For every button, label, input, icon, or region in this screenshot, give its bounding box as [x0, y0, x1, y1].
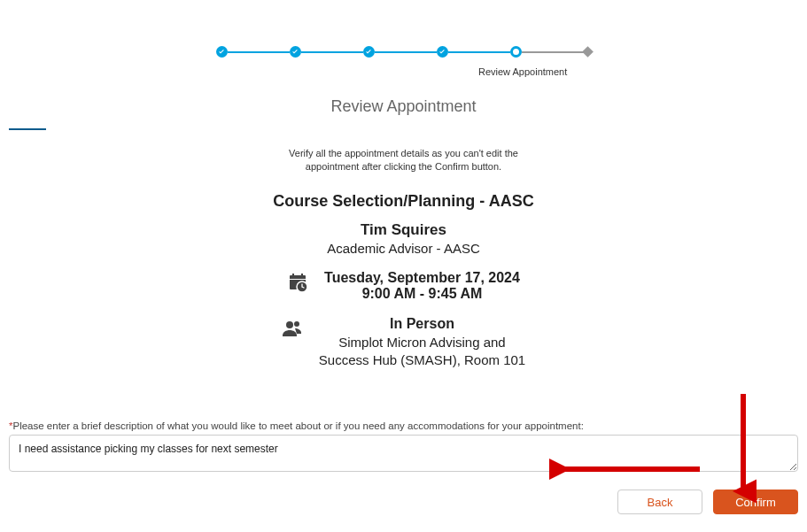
description-input[interactable] — [9, 435, 798, 472]
advisor-name: Tim Squires — [0, 221, 807, 239]
back-button[interactable]: Back — [617, 490, 702, 514]
description-section: *Please enter a brief description of wha… — [9, 420, 798, 514]
button-row: Back Confirm — [9, 490, 798, 514]
page-title: Review Appointment — [0, 97, 807, 116]
advisor-role: Academic Advisor - AASC — [0, 241, 807, 256]
step-5-current — [510, 46, 522, 58]
step-indicator — [0, 46, 807, 58]
svg-rect-3 — [301, 274, 303, 277]
verify-line-2: appointment after clicking the Confirm b… — [306, 161, 501, 172]
description-label-text: Please enter a brief description of what… — [12, 420, 583, 431]
datetime-row: Tuesday, September 17, 2024 9:00 AM - 9:… — [0, 270, 807, 302]
advisor-info: Tim Squires Academic Advisor - AASC — [0, 221, 807, 256]
confirm-button[interactable]: Confirm — [713, 490, 798, 514]
svg-point-6 — [294, 321, 299, 327]
location-row: In Person Simplot Micron Advising and Su… — [0, 316, 807, 370]
verify-instructions: Verify all the appointment details as yo… — [0, 147, 807, 174]
svg-rect-2 — [292, 274, 294, 277]
step-connector — [522, 51, 584, 53]
step-connector — [301, 51, 363, 53]
appointment-date: Tuesday, September 17, 2024 — [324, 270, 520, 286]
people-icon — [282, 318, 303, 339]
step-connector — [375, 51, 437, 53]
step-connector — [448, 51, 510, 53]
step-3-complete — [363, 46, 375, 58]
step-4-complete — [437, 46, 448, 58]
step-2-complete — [290, 46, 301, 58]
calendar-clock-icon — [287, 272, 308, 293]
appointment-time: 9:00 AM - 9:45 AM — [324, 286, 520, 302]
description-label: *Please enter a brief description of wha… — [9, 420, 798, 431]
location-line-1: Simplot Micron Advising and — [338, 335, 505, 350]
tab-underline — [9, 128, 46, 130]
step-1-complete — [216, 46, 228, 58]
svg-rect-1 — [290, 279, 306, 280]
current-step-label: Review Appointment — [478, 66, 567, 77]
appointment-topic: Course Selection/Planning - AASC — [0, 192, 807, 211]
step-6-upcoming — [582, 46, 594, 58]
appointment-mode: In Person — [319, 316, 525, 332]
svg-point-5 — [286, 321, 293, 328]
location-line-2: Success Hub (SMASH), Room 101 — [319, 352, 525, 367]
verify-line-1: Verify all the appointment details as yo… — [289, 148, 518, 158]
step-connector — [228, 51, 290, 53]
